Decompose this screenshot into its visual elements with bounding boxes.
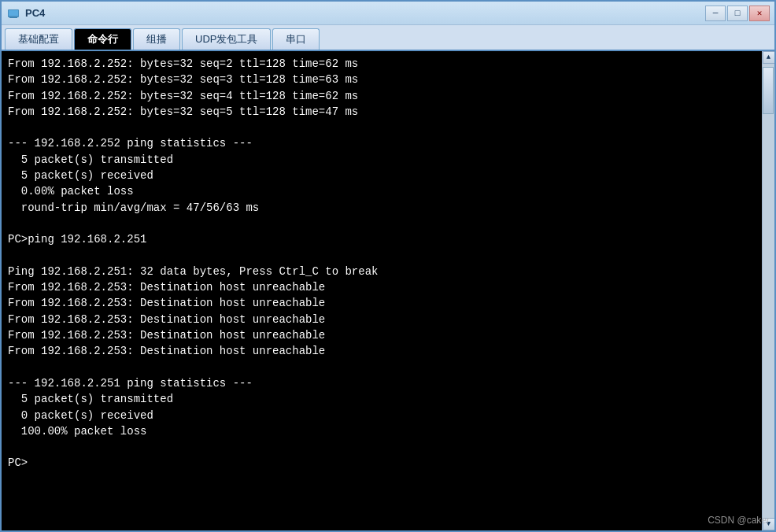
terminal-line	[8, 360, 756, 375]
terminal-line	[8, 120, 756, 135]
window-title: PC4	[25, 7, 705, 19]
tab-bar: 基础配置命令行组播UDP发包工具串口	[2, 25, 774, 51]
tab-basic[interactable]: 基础配置	[5, 28, 72, 50]
terminal-line: Ping 192.168.2.251: 32 data bytes, Press…	[8, 264, 756, 279]
window-controls: ─ □ ✕	[705, 6, 770, 21]
terminal-line: From 192.168.2.252: bytes=32 seq=4 ttl=1…	[8, 88, 756, 104]
scroll-track	[763, 64, 775, 518]
main-window: PC4 ─ □ ✕ 基础配置命令行组播UDP发包工具串口 From 192.16…	[0, 0, 776, 532]
terminal-line: 5 packet(s) transmitted	[8, 152, 756, 168]
terminal-line: From 192.168.2.253: Destination host unr…	[8, 279, 756, 295]
terminal-line	[8, 439, 756, 455]
title-bar: PC4 ─ □ ✕	[2, 2, 774, 25]
scroll-up-button[interactable]: ▲	[763, 51, 775, 64]
minimize-button[interactable]: ─	[705, 6, 726, 21]
close-button[interactable]: ✕	[749, 6, 770, 21]
tab-cmd[interactable]: 命令行	[74, 28, 131, 50]
terminal-line: --- 192.168.2.252 ping statistics ---	[8, 135, 756, 151]
terminal-line: 0.00% packet loss	[8, 183, 756, 199]
terminal-line	[8, 216, 756, 231]
terminal-line	[8, 248, 756, 264]
terminal-line: From 192.168.2.252: bytes=32 seq=5 ttl=1…	[8, 104, 756, 120]
terminal-line: 0 packet(s) received	[8, 408, 756, 423]
terminal-line: --- 192.168.2.251 ping statistics ---	[8, 375, 756, 391]
terminal-line: From 192.168.2.253: Destination host unr…	[8, 295, 756, 311]
svg-rect-3	[9, 17, 17, 18]
maximize-button[interactable]: □	[727, 6, 748, 21]
terminal-line: 100.00% packet loss	[8, 423, 756, 439]
terminal-line: PC>	[8, 455, 756, 471]
watermark: CSDN @caker	[708, 515, 770, 526]
terminal-line: From 192.168.2.253: Destination host unr…	[8, 312, 756, 327]
terminal-line: From 192.168.2.253: Destination host unr…	[8, 327, 756, 343]
terminal-output[interactable]: From 192.168.2.252: bytes=32 seq=2 ttl=1…	[2, 51, 762, 530]
content-area: From 192.168.2.252: bytes=32 seq=2 ttl=1…	[2, 51, 774, 530]
terminal-line: From 192.168.2.253: Destination host unr…	[8, 343, 756, 359]
tab-multicast[interactable]: 组播	[133, 28, 180, 50]
terminal-line: From 192.168.2.252: bytes=32 seq=2 ttl=1…	[8, 56, 756, 72]
window-icon	[6, 6, 20, 20]
scroll-thumb[interactable]	[763, 67, 774, 114]
terminal-line: 5 packet(s) transmitted	[8, 391, 756, 407]
scrollbar: ▲ ▼	[762, 51, 774, 530]
svg-rect-1	[9, 10, 18, 16]
terminal-line: round-trip min/avg/max = 47/56/63 ms	[8, 200, 756, 216]
terminal-line: From 192.168.2.252: bytes=32 seq=3 ttl=1…	[8, 72, 756, 87]
tab-serial[interactable]: 串口	[272, 28, 320, 50]
terminal-line: PC>ping 192.168.2.251	[8, 231, 756, 247]
tab-udp[interactable]: UDP发包工具	[182, 28, 271, 50]
terminal-line: 5 packet(s) received	[8, 168, 756, 183]
